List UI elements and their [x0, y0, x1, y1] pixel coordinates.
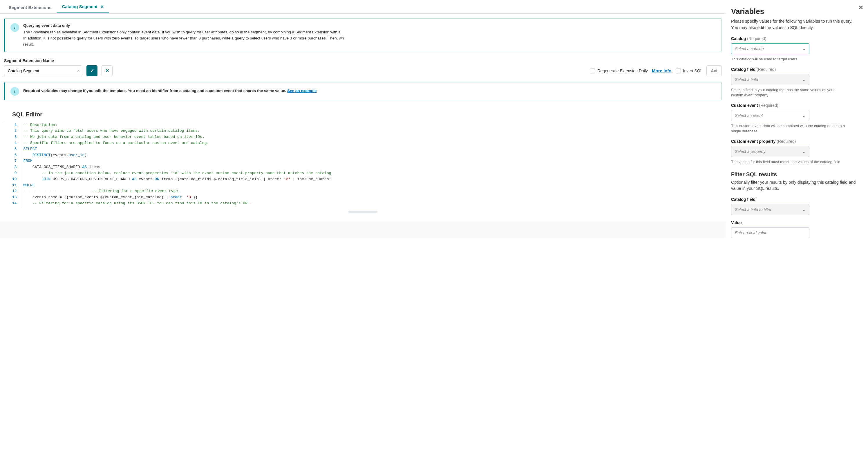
chevron-down-icon: ⌄	[802, 113, 806, 118]
extension-name-input[interactable]	[8, 68, 73, 73]
required-tag: (Required)	[756, 67, 776, 72]
custom-event-hint: This custom event data will be combined …	[731, 123, 847, 134]
more-info-link[interactable]: More Info	[652, 65, 672, 76]
custom-event-property-label: Custom event property	[731, 139, 775, 144]
sql-code[interactable]: -- Description: -- This query aims to fe…	[21, 121, 334, 208]
confirm-button[interactable]: ✓	[87, 65, 97, 76]
info-icon: i	[10, 23, 19, 32]
select-placeholder: Select a property	[735, 149, 766, 154]
custom-event-select[interactable]: Select an event ⌄	[731, 110, 809, 121]
sql-editor[interactable]: 1234567891011121314 -- Description: -- T…	[4, 121, 722, 208]
extension-name-input-wrap: ×	[4, 65, 83, 76]
extension-name-label: Segment Extension Name	[4, 58, 83, 63]
catalog-field-hint: Select a field in your catalog that has …	[731, 87, 847, 98]
select-placeholder: Select a catalog	[735, 47, 764, 51]
panel-title: Variables	[731, 7, 860, 16]
cancel-button[interactable]: ✕	[101, 65, 113, 76]
chevron-down-icon: ⌄	[802, 149, 806, 154]
banner-title: Querying event data only	[23, 23, 716, 29]
tab-catalog-segment[interactable]: Catalog Segment ✕	[57, 0, 110, 13]
close-icon[interactable]: ✕	[100, 4, 104, 9]
invert-sql-checkbox[interactable]	[676, 68, 681, 73]
regenerate-daily-label: Regenerate Extension Daily	[597, 68, 648, 73]
check-icon: ✓	[90, 68, 94, 73]
select-placeholder: Select an event	[735, 113, 763, 118]
filter-value-label: Value	[731, 220, 860, 225]
custom-event-label: Custom event	[731, 103, 758, 108]
sql-editor-title: SQL Editor	[4, 107, 722, 121]
line-gutter: 1234567891011121314	[12, 121, 21, 208]
required-tag: (Required)	[759, 103, 778, 108]
catalog-select[interactable]: Select a catalog ⌄	[731, 43, 809, 54]
filter-results-description: Optionally filter your results by only d…	[731, 179, 860, 192]
chevron-down-icon: ⌄	[802, 207, 806, 212]
select-placeholder: Select a field to filter	[735, 207, 771, 212]
variables-panel: ✕ Variables Please specify values for th…	[726, 0, 868, 238]
see-example-link[interactable]: See an example	[287, 89, 316, 93]
close-icon: ✕	[105, 68, 109, 73]
catalog-field-label: Catalog field	[731, 67, 755, 72]
banner-line: The Snowflake tables available in Segmen…	[23, 29, 716, 35]
filter-catalog-field-select[interactable]: Select a field to filter ⌄	[731, 204, 809, 215]
panel-close-button[interactable]: ✕	[859, 4, 863, 11]
catalog-field-select[interactable]: Select a field ⌄	[731, 74, 809, 85]
filter-results-title: Filter SQL results	[731, 171, 860, 178]
custom-event-property-hint: The values for this field must match the…	[731, 159, 847, 165]
regenerate-daily-checkbox[interactable]	[590, 68, 595, 73]
main-area: Segment Extensions Catalog Segment ✕ i Q…	[0, 0, 726, 238]
select-placeholder: Select a field	[735, 77, 758, 82]
filter-value-input[interactable]	[731, 227, 809, 238]
panel-description: Please specify values for the following …	[731, 18, 860, 31]
catalog-label: Catalog	[731, 36, 746, 41]
custom-event-property-select[interactable]: Select a property ⌄	[731, 146, 809, 157]
banner-line: result.	[23, 41, 716, 48]
banner-text: Required variables may change if you edi…	[23, 89, 287, 93]
invert-sql-label: Invert SQL	[683, 68, 703, 73]
banner-line: In addition, it is not possible to query…	[23, 35, 716, 41]
tab-segment-extensions[interactable]: Segment Extensions	[3, 1, 57, 13]
actions-button[interactable]: Act	[706, 65, 722, 76]
filter-catalog-field-label: Catalog field	[731, 197, 860, 202]
tabs-bar: Segment Extensions Catalog Segment ✕	[0, 0, 726, 13]
required-tag: (Required)	[777, 139, 796, 144]
info-banner-event-data: i Querying event data only The Snowflake…	[4, 18, 722, 52]
required-tag: (Required)	[747, 36, 766, 41]
tab-label: Catalog Segment	[62, 4, 98, 9]
close-icon: ✕	[859, 4, 863, 11]
chevron-down-icon: ⌄	[802, 77, 806, 82]
clear-icon[interactable]: ×	[77, 68, 80, 73]
info-banner-variables: i Required variables may change if you e…	[4, 82, 722, 100]
chevron-down-icon: ⌄	[802, 47, 806, 51]
info-icon: i	[10, 87, 19, 96]
resize-handle[interactable]	[348, 211, 377, 213]
catalog-hint: This catalog will be used to target user…	[731, 57, 847, 62]
